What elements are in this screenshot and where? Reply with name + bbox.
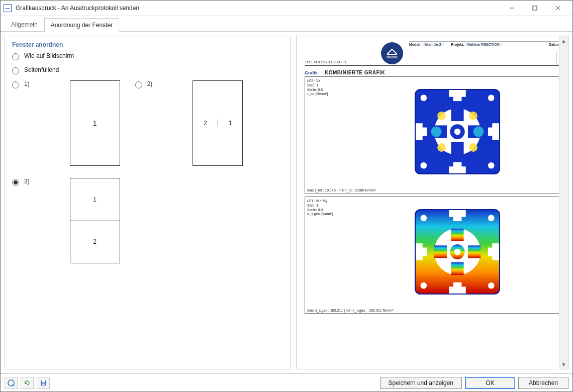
minimize-button[interactable] <box>500 1 523 16</box>
svg-point-30 <box>473 127 484 137</box>
svg-point-28 <box>469 143 478 152</box>
svg-rect-56 <box>42 380 45 382</box>
cross-section-2-svg <box>342 199 559 305</box>
svg-rect-36 <box>453 282 462 294</box>
app-icon <box>4 4 12 12</box>
fig1-line2: Stab: 1 <box>307 83 342 88</box>
fig1-line3: Stelle: 0.0 <box>307 88 342 92</box>
section-big: KOMBINIERTE GRAFIK <box>325 70 385 75</box>
svg-point-15 <box>488 95 495 102</box>
fig2-line2: Stab: 1 <box>307 204 342 208</box>
tab-bar: Allgemein Anordnung der Fenster <box>1 16 572 32</box>
scroll-up-icon[interactable]: ▲ <box>559 36 568 45</box>
print-page: Tel.: +49 9673 9203 - 0 Dlubal Modell:Ex… <box>305 41 559 314</box>
thumb-opt1[interactable]: 1 <box>70 80 120 166</box>
close-button[interactable] <box>546 1 569 16</box>
fig2-footer: max σ_x,ges : 102.211 | min σ_x,ges : -1… <box>307 309 394 312</box>
fig1-footer: max τ_tot : 10.146 | min τ_tot : 0.000 N… <box>307 188 376 192</box>
company-tel: Tel.: +49 9673 9203 - 0 <box>305 60 375 64</box>
svg-point-24 <box>454 129 461 135</box>
svg-rect-9 <box>453 162 462 174</box>
radio-opt2-label: 2) <box>147 80 153 87</box>
svg-point-29 <box>431 127 442 137</box>
section-small: Grafik <box>305 70 318 75</box>
ok-label: OK <box>486 379 494 386</box>
svg-point-14 <box>421 95 427 102</box>
svg-rect-34 <box>453 210 462 221</box>
meta-projekt-label: Projekt: <box>451 43 464 46</box>
radio-opt3[interactable] <box>12 179 19 186</box>
save-icon <box>40 379 47 386</box>
dialog-footer: Speichern und anzeigen OK Abbrechen <box>1 373 572 391</box>
tab-arrangement[interactable]: Anordnung der Fenster <box>44 18 119 32</box>
svg-rect-11 <box>415 128 427 136</box>
svg-rect-20 <box>451 142 463 155</box>
help-button[interactable] <box>5 377 18 389</box>
svg-point-42 <box>488 215 495 222</box>
svg-rect-13 <box>488 128 500 136</box>
svg-point-27 <box>437 143 446 152</box>
fig2-line1: LF1 · N + My <box>307 199 342 204</box>
fig1-canvas <box>342 79 559 186</box>
reset-button[interactable] <box>21 377 34 389</box>
cancel-label: Abbrechen <box>529 379 558 386</box>
logo-text: Dlubal <box>387 55 397 59</box>
svg-point-44 <box>488 282 495 289</box>
meta-datum-label: Datum: <box>549 43 559 46</box>
radio-screen-label: Wie auf Bildschirm <box>24 52 74 59</box>
svg-rect-38 <box>415 248 427 256</box>
arrange-pane: Fenster anordnen Wie auf Bildschirm Seit… <box>5 36 291 369</box>
preview-pane: Tel.: +49 9673 9203 - 0 Dlubal Modell:Ex… <box>296 36 568 369</box>
radio-screen[interactable] <box>12 53 19 60</box>
radio-fill[interactable] <box>12 67 19 74</box>
meta-modell-val: Example 2 <box>422 43 444 46</box>
svg-point-43 <box>421 282 427 289</box>
thumb-opt1-num: 1 <box>93 119 97 127</box>
fig2-canvas <box>342 199 559 306</box>
radio-opt1[interactable] <box>12 81 19 88</box>
thumb-opt3-top: 1 <box>93 196 97 203</box>
fig1-line1: LF2 · Vz <box>307 79 342 83</box>
svg-point-26 <box>469 112 478 120</box>
radio-opt3-label: 3) <box>24 178 30 185</box>
window-title: Grafikausdruck - An Ausdruckprotokoll se… <box>16 5 500 12</box>
svg-point-25 <box>437 112 446 120</box>
figure-2: LF1 · N + My Stab: 1 Stelle: 0.0 σ_x,ges… <box>305 197 559 314</box>
thumb-opt2[interactable]: 2 1 <box>193 80 243 166</box>
radio-opt2[interactable] <box>135 81 142 88</box>
cancel-button[interactable]: Abbrechen <box>518 377 568 389</box>
svg-rect-1 <box>533 6 537 10</box>
preview-scroll[interactable]: Tel.: +49 9673 9203 - 0 Dlubal Modell:Ex… <box>297 36 559 369</box>
preview-scrollbar[interactable]: ▲ ▼ <box>559 36 568 369</box>
svg-point-17 <box>488 162 495 169</box>
save-settings-button[interactable] <box>37 377 50 389</box>
fig1-line4: τ_tot [N/mm²] <box>307 92 342 96</box>
svg-rect-40 <box>488 248 500 256</box>
ok-button[interactable]: OK <box>465 377 515 389</box>
scroll-down-icon[interactable]: ▼ <box>559 360 568 369</box>
tab-general[interactable]: Allgemein <box>5 18 44 31</box>
svg-point-16 <box>421 162 427 169</box>
save-and-show-button[interactable]: Speichern und anzeigen <box>380 377 462 389</box>
fig2-line3: Stelle: 0.0 <box>307 208 342 213</box>
svg-rect-19 <box>451 109 463 121</box>
help-icon <box>8 379 15 386</box>
svg-rect-47 <box>451 262 463 275</box>
titlebar: Grafikausdruck - An Ausdruckprotokoll se… <box>1 1 572 16</box>
fig2-line4: σ_x,ges [N/mm²] <box>307 212 342 217</box>
meta-projekt-val: Webinar RSECTION <box>464 43 503 46</box>
section-title: Fenster anordnen <box>12 41 283 48</box>
svg-point-41 <box>421 215 427 222</box>
refresh-icon <box>24 379 31 386</box>
thumb-opt2-right: 1 <box>229 120 232 127</box>
thumb-opt3-bottom: 2 <box>93 238 97 245</box>
svg-point-51 <box>454 249 461 255</box>
company-logo: Dlubal <box>381 42 403 64</box>
radio-fill-label: Seitenfüllend <box>24 66 59 73</box>
thumb-opt3[interactable]: 1 2 <box>70 178 120 263</box>
maximize-button[interactable] <box>523 1 546 16</box>
meta-modell-label: Modell: <box>409 43 422 46</box>
dialog-window: Grafikausdruck - An Ausdruckprotokoll se… <box>0 0 573 392</box>
thumb-opt2-left: 2 <box>204 120 207 127</box>
cross-section-1-svg <box>342 79 559 184</box>
